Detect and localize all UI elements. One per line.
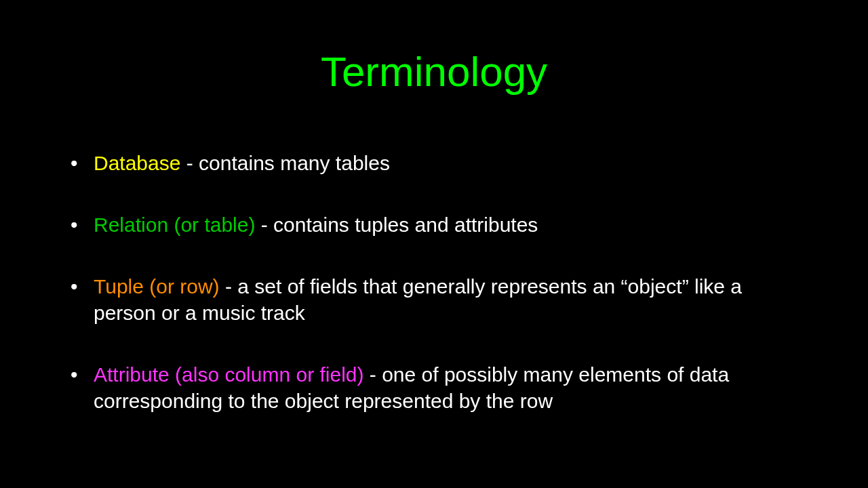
term: Relation (or table) xyxy=(94,214,255,236)
slide-title: Terminology xyxy=(61,47,807,96)
bullet-list: Database - contains many tables Relation… xyxy=(61,150,807,414)
term: Database xyxy=(94,152,180,174)
list-item: Attribute (also column or field) - one o… xyxy=(68,361,807,414)
slide: Terminology Database - contains many tab… xyxy=(0,0,868,488)
term: Tuple (or row) xyxy=(94,275,220,298)
term-desc: - contains many tables xyxy=(180,152,389,174)
term: Attribute (also column or field) xyxy=(94,363,364,386)
list-item: Database - contains many tables xyxy=(68,150,807,176)
list-item: Relation (or table) - contains tuples an… xyxy=(68,211,807,238)
term-desc: - contains tuples and attributes xyxy=(255,214,538,236)
list-item: Tuple (or row) - a set of fields that ge… xyxy=(68,273,807,326)
